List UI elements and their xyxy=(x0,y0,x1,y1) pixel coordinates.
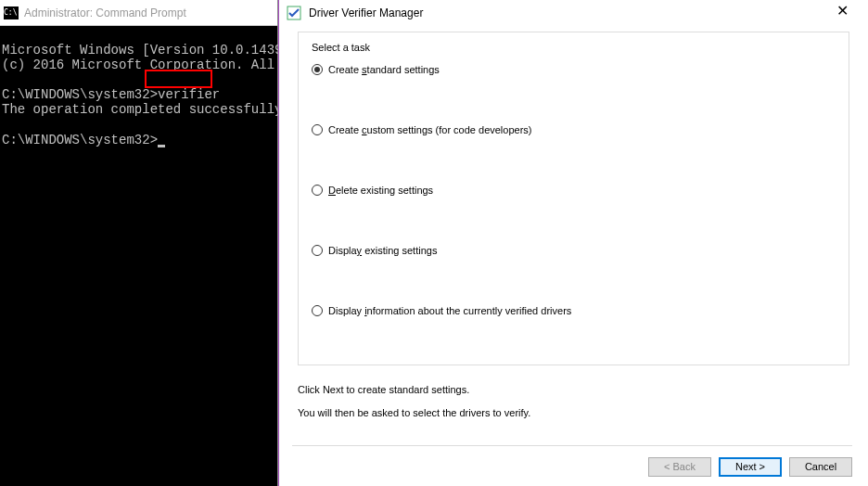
radio-label: Create custom settings (for code develop… xyxy=(328,124,532,135)
back-button: < Back xyxy=(648,457,711,477)
hint-line: You will then be asked to select the dri… xyxy=(298,402,849,425)
cmd-line: Microsoft Windows [Version 10.0.14393] xyxy=(2,43,298,58)
button-bar: < Back Next > Cancel xyxy=(292,445,852,477)
radio-custom-settings[interactable]: Create custom settings (for code develop… xyxy=(312,124,836,135)
radio-icon xyxy=(312,124,323,135)
task-panel: Select a task Create standard settings C… xyxy=(298,32,849,365)
radio-display-info[interactable]: Display information about the currently … xyxy=(312,305,836,316)
radio-icon xyxy=(312,185,323,196)
radio-label: Display existing settings xyxy=(328,245,437,256)
radio-standard-settings[interactable]: Create standard settings xyxy=(312,64,836,75)
radio-delete-settings[interactable]: Delete existing settings xyxy=(312,185,836,196)
cmd-line: C:\WINDOWS\system32> xyxy=(2,133,158,147)
radio-group: Create standard settings Create custom s… xyxy=(312,64,836,316)
dialog-content: Select a task Create standard settings C… xyxy=(279,26,868,426)
radio-label: Create standard settings xyxy=(328,64,440,75)
cmd-cursor xyxy=(158,145,165,147)
cmd-window: C:\. Administrator: Command Prompt Micro… xyxy=(0,0,278,486)
cancel-button[interactable]: Cancel xyxy=(789,457,852,477)
hint-line: Click Next to create standard settings. xyxy=(298,378,849,402)
cmd-title: Administrator: Command Prompt xyxy=(24,6,186,19)
radio-label: Display information about the currently … xyxy=(328,305,571,316)
cmd-titlebar: C:\. Administrator: Command Prompt xyxy=(0,0,277,26)
verifier-icon xyxy=(287,6,301,20)
verifier-dialog: Driver Verifier Manager ✕ Select a task … xyxy=(278,0,868,486)
close-button[interactable]: ✕ xyxy=(823,0,861,26)
cmd-body[interactable]: Microsoft Windows [Version 10.0.14393] (… xyxy=(0,26,277,179)
hint-text: Click Next to create standard settings. … xyxy=(298,378,849,426)
cmd-line: (c) 2016 Microsoft Corporation. All ri xyxy=(2,58,298,72)
dialog-titlebar: Driver Verifier Manager ✕ xyxy=(279,0,868,26)
cmd-line: C:\WINDOWS\system32>verifier xyxy=(2,87,220,102)
cmd-line: The operation completed successfully. xyxy=(2,102,290,117)
task-label: Select a task xyxy=(312,42,836,53)
radio-display-settings[interactable]: Display existing settings xyxy=(312,245,836,256)
next-button[interactable]: Next > xyxy=(719,457,782,477)
radio-icon xyxy=(312,305,323,316)
radio-label: Delete existing settings xyxy=(328,185,433,196)
dialog-title: Driver Verifier Manager xyxy=(309,6,823,19)
radio-icon xyxy=(312,245,323,256)
radio-icon xyxy=(312,64,323,75)
cmd-icon: C:\. xyxy=(4,6,19,19)
